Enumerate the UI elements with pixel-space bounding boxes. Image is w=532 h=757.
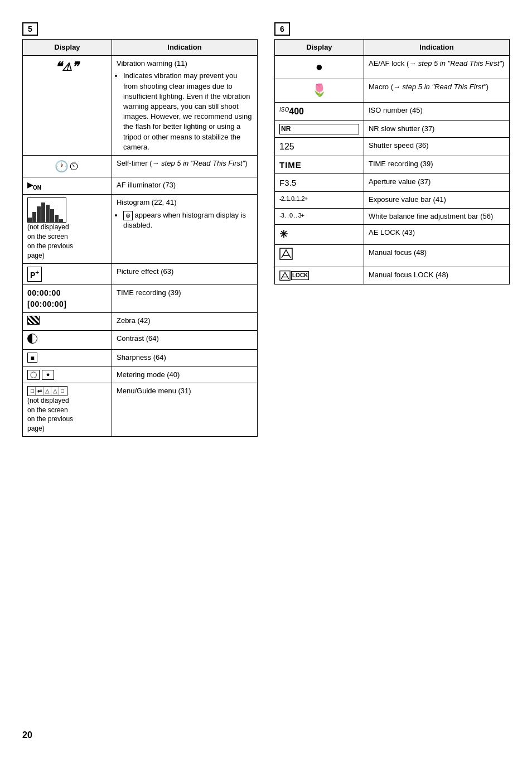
list-item: Indicates vibration may prevent you from… xyxy=(123,71,253,152)
indication-cell-contrast: Contrast (64) xyxy=(112,331,257,350)
shutter-speed-display: 125 xyxy=(279,141,359,153)
ae-lock-icon: ✳ xyxy=(279,228,359,242)
indication-cell-time: TIME recording (39) xyxy=(112,285,257,312)
display-cell-macro: 🌷 xyxy=(275,79,364,102)
indication-cell-mf-lock: Manual focus LOCK (48) xyxy=(364,267,509,285)
time-text-indication: TIME recording (39) xyxy=(369,160,433,168)
indication-cell-wb-bar: White balance fine adjustment bar (56) xyxy=(364,208,509,224)
table-row: TIME TIME recording (39) xyxy=(275,156,510,174)
section5-table: Display Indication ❝⚠❞ Vibration warning… xyxy=(22,39,258,437)
indication-cell-histogram: Histogram (22, 41) ⊗ appears when histog… xyxy=(112,195,257,263)
section5-column: 5 Display Indication ❝⚠❞ Vibratio xyxy=(22,22,258,437)
display-cell-picture-effect: P+ xyxy=(23,263,112,285)
indication-cell-iso: ISO number (45) xyxy=(364,102,509,120)
display-cell-ae-lock: ✳ xyxy=(275,224,364,244)
exposure-bar-text: Exposure value bar (41) xyxy=(369,195,446,204)
indication-cell-ae-lock: AE LOCK (43) xyxy=(364,224,509,244)
time-recording-text: TIME recording (39) xyxy=(117,288,181,297)
display-cell-selftimer: 🕐⏲ xyxy=(23,155,112,177)
contrast-text: Contrast (64) xyxy=(117,334,159,343)
svg-rect-4 xyxy=(46,205,50,223)
indication-cell-menu: Menu/Guide menu (31) xyxy=(112,383,257,436)
macro-icon: 🌷 xyxy=(279,82,359,99)
list-item: ⊗ appears when histogram display is disa… xyxy=(123,210,253,231)
nr-icon: NR xyxy=(279,124,359,134)
display-cell-zebra xyxy=(23,313,112,331)
section5-col2-header: Indication xyxy=(112,40,257,56)
menu-icon-5: □ xyxy=(60,387,65,395)
table-row: 🕐⏲ Self-timer (→ step 5 in "Read This Fi… xyxy=(23,155,258,177)
contrast-icon xyxy=(27,334,37,344)
table-row: P+ Picture effect (63) xyxy=(23,263,258,285)
picture-effect-text: Picture effect (63) xyxy=(117,267,173,276)
indication-cell-mf: Manual focus (48) xyxy=(364,244,509,267)
table-row: 125 Shutter speed (36) xyxy=(275,137,510,156)
section6-number: 6 xyxy=(274,22,290,36)
svg-rect-1 xyxy=(32,212,36,223)
indication-cell-vibration: Vibration warning (11) Indicates vibrati… xyxy=(112,56,257,156)
indication-cell-metering: Metering mode (40) xyxy=(112,367,257,383)
table-row: 🌷 Macro (→ step 5 in "Read This First") xyxy=(275,79,510,102)
table-row: -3 . . 0 . . 3+ White balance fine adjus… xyxy=(275,208,510,224)
table-row: 00:00:00[00:00:00] TIME recording (39) xyxy=(23,285,258,312)
aeaf-lock-icon: ● xyxy=(279,59,359,76)
time-text-display: TIME xyxy=(279,159,359,171)
iso-prefix: ISO xyxy=(279,106,289,112)
indication-cell-shutter: Shutter speed (36) xyxy=(364,137,509,156)
exposure-bar-display: -2..1..0..1..2+ xyxy=(279,195,359,203)
display-cell-aeaf: ● xyxy=(275,56,364,79)
step-link: → step 5 in "Read This First" xyxy=(152,159,245,167)
display-cell-menu: □ ⇄ △ △ □ (not displayedon the screenon … xyxy=(23,383,112,436)
svg-rect-2 xyxy=(37,206,41,223)
table-row: ● AE/AF lock (→ step 5 in "Read This Fir… xyxy=(275,56,510,79)
wb-bar-text: White balance fine adjustment bar (56) xyxy=(369,212,493,220)
indication-cell-zebra: Zebra (42) xyxy=(112,313,257,331)
table-row: -2..1..0..1..2+ Exposure value bar (41) xyxy=(275,192,510,208)
table-row: □ ⇄ △ △ □ (not displayedon the screenon … xyxy=(23,383,258,436)
indication-cell-selftimer: Self-timer (→ step 5 in "Read This First… xyxy=(112,155,257,177)
mf-svg xyxy=(279,248,293,260)
display-cell-contrast xyxy=(23,331,112,350)
svg-rect-6 xyxy=(55,215,59,223)
indication-cell-af: AF illuminator (73) xyxy=(112,177,257,195)
mf-lock-svg xyxy=(279,270,291,281)
table-row: F3.5 Aperture value (37) xyxy=(275,174,510,192)
display-cell-mf-lock: LOCK xyxy=(275,267,364,285)
indication-cell-aeaf: AE/AF lock (→ step 5 in "Read This First… xyxy=(364,56,509,79)
histogram-icon xyxy=(27,197,66,223)
aperture-display: F3.5 xyxy=(279,177,359,189)
display-cell-metering: ◯ ● xyxy=(23,367,112,383)
page-layout: 5 Display Indication ❝⚠❞ Vibratio xyxy=(22,22,510,437)
display-cell-time-text: TIME xyxy=(275,156,364,174)
table-row: ❝⚠❞ Vibration warning (11) Indicates vib… xyxy=(23,56,258,156)
svg-rect-3 xyxy=(41,202,45,223)
shutter-speed-text: Shutter speed (36) xyxy=(369,141,429,150)
zebra-text: Zebra (42) xyxy=(117,316,151,325)
table-row: ▶ON AF illuminator (73) xyxy=(23,177,258,195)
table-row: Contrast (64) xyxy=(23,331,258,350)
menu-icon-4: △ xyxy=(52,387,59,395)
vibration-warning-icon: ❝⚠❞ xyxy=(27,59,107,76)
indication-cell-macro: Macro (→ step 5 in "Read This First") xyxy=(364,79,509,102)
indication-cell-time-text: TIME recording (39) xyxy=(364,156,509,174)
table-row: ◯ ● Metering mode (40) xyxy=(23,367,258,383)
sharpness-icon: ■ xyxy=(27,353,37,363)
indication-bullets: Indicates vibration may prevent you from… xyxy=(123,71,253,152)
display-cell-mf xyxy=(275,244,364,267)
iso-number-display: ISO400 xyxy=(279,105,359,118)
section6-col2-header: Indication xyxy=(364,40,509,56)
histogram-svg xyxy=(28,198,66,223)
table-row: ■ Sharpness (64) xyxy=(23,350,258,367)
section6-col1-header: Display xyxy=(275,40,364,56)
table-row: Zebra (42) xyxy=(23,313,258,331)
manual-focus-icon xyxy=(279,248,359,264)
display-cell-iso: ISO400 xyxy=(275,102,364,120)
self-timer-icon: 🕐⏲ xyxy=(27,158,107,174)
sharpness-text: Sharpness (64) xyxy=(117,353,166,361)
section5-number: 5 xyxy=(22,22,38,36)
svg-rect-0 xyxy=(28,218,32,223)
menu-icon-1: □ xyxy=(30,387,36,395)
manual-focus-text: Manual focus (48) xyxy=(369,248,427,257)
menu-icon-2: ⇄ xyxy=(36,387,43,395)
mf-lock-display: LOCK xyxy=(279,270,359,281)
